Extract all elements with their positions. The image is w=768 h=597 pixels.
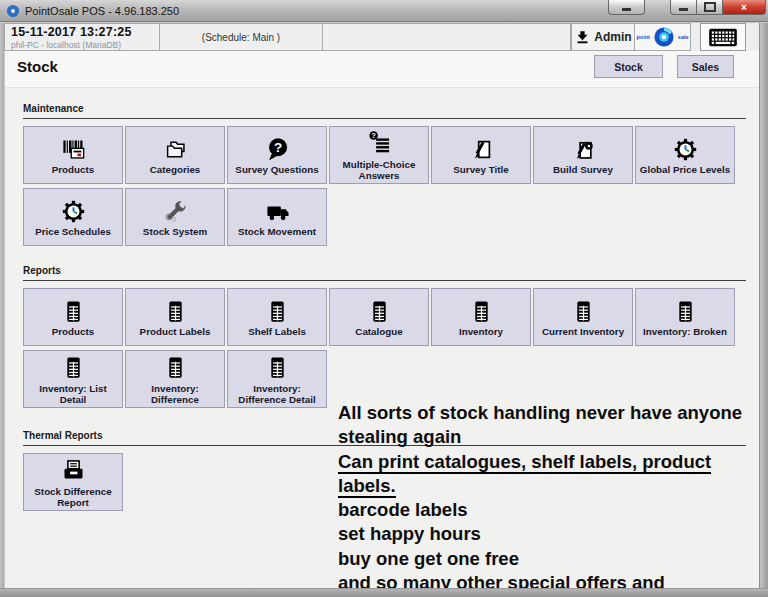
reports-button-catalogue[interactable]: Catalogue [329, 288, 429, 346]
window-frame-bottom [0, 588, 768, 597]
reports-button-inventory[interactable]: Inventory [431, 288, 531, 346]
maintenance-button-global-price-levels[interactable]: Global Price Levels [635, 126, 735, 184]
reports-button-current-inventory[interactable]: Current Inventory [533, 288, 633, 346]
tile-label: Multiple-Choice Answers [332, 159, 426, 181]
host-text: phil-PC - localhost (MariaDB) [11, 40, 155, 50]
maintenance-button-products[interactable]: Products [23, 126, 123, 184]
report-icon [672, 297, 699, 325]
app-logo-icon [6, 4, 20, 18]
truck-icon [264, 197, 291, 225]
section-label: Reports [23, 265, 61, 276]
report-icon [60, 297, 87, 325]
barcode-icon [60, 135, 87, 163]
tile-label: Inventory: Difference [128, 383, 222, 405]
report-icon [60, 354, 87, 382]
section-label: Maintenance [23, 103, 84, 114]
reports-button-row: ProductsProduct LabelsShelf LabelsCatalo… [23, 288, 746, 346]
minimize-secondary-button[interactable] [608, 0, 645, 15]
promo-note-line: barcode labels [338, 498, 760, 522]
promo-note-line: All sorts of stock handling never have a… [338, 401, 760, 425]
maintenance-button-row: Price SchedulesStock SystemStock Movemen… [23, 188, 746, 246]
window-frame-left [0, 23, 4, 597]
question-bubble-icon: ? [264, 135, 291, 163]
thermal-button-stock-difference-report[interactable]: Stock Difference Report [23, 453, 123, 511]
printer-icon [60, 457, 87, 485]
promo-note-line: stealing again [338, 425, 760, 449]
report-icon [366, 297, 393, 325]
download-icon [574, 29, 591, 46]
maintenance-button-survey-questions[interactable]: ?Survey Questions [227, 126, 327, 184]
tile-label: Inventory: Broken [643, 326, 727, 337]
reports-button-inventory-difference[interactable]: Inventory: Difference [125, 350, 225, 408]
admin-label: Admin [594, 30, 631, 44]
schedule-panel: (Schedule: Main ) [160, 23, 323, 51]
tile-label: Inventory: Difference Detail [230, 383, 324, 405]
maintenance-button-price-schedules[interactable]: Price Schedules [23, 188, 123, 246]
header-spacer [323, 23, 571, 51]
page-header: Stock Stock Sales [5, 51, 760, 88]
promo-notes: All sorts of stock handling never have a… [338, 401, 760, 589]
section-maintenance: Maintenance ProductsCategories?Survey Qu… [23, 98, 746, 246]
report-icon [162, 354, 189, 382]
report-icon [570, 297, 597, 325]
tile-label: Current Inventory [542, 326, 624, 337]
reports-button-inventory-difference-detail[interactable]: Inventory: Difference Detail [227, 350, 327, 408]
tile-label: Global Price Levels [640, 164, 730, 175]
reports-button-shelf-labels[interactable]: Shelf Labels [227, 288, 327, 346]
section-label: Thermal Reports [23, 430, 102, 441]
tile-label: Survey Title [453, 164, 508, 175]
tile-label: Build Survey [553, 164, 613, 175]
cog-clock-icon [60, 197, 87, 225]
tile-label: Catalogue [355, 326, 402, 337]
tile-label: Products [52, 164, 94, 175]
maintenance-button-build-survey[interactable]: Build Survey [533, 126, 633, 184]
maintenance-button-multiple-choice-answers[interactable]: ?Multiple-Choice Answers [329, 126, 429, 184]
maximize-button[interactable] [697, 0, 722, 15]
window-title: PointOsale POS - 4.96.183.250 [25, 5, 179, 17]
tile-label: Stock System [143, 226, 207, 237]
maintenance-button-stock-system[interactable]: Stock System [125, 188, 225, 246]
note-pencil-icon [468, 135, 495, 163]
maintenance-button-stock-movement[interactable]: Stock Movement [227, 188, 327, 246]
tile-label: Stock Difference Report [26, 486, 120, 508]
maintenance-button-categories[interactable]: Categories [125, 126, 225, 184]
wrench-gears-icon [162, 197, 189, 225]
tile-label: Categories [150, 164, 201, 175]
logo-text-left: point [636, 34, 649, 40]
report-icon [468, 297, 495, 325]
keyboard-button[interactable] [700, 23, 746, 51]
nav-stock-button[interactable]: Stock [594, 55, 663, 78]
report-icon [264, 297, 291, 325]
reports-button-products[interactable]: Products [23, 288, 123, 346]
keyboard-icon [708, 28, 738, 47]
datetime-panel: 15-11-2017 13:27:25 phil-PC - localhost … [4, 23, 160, 51]
maintenance-button-survey-title[interactable]: Survey Title [431, 126, 531, 184]
report-icon [264, 354, 291, 382]
maintenance-button-row: ProductsCategories?Survey Questions?Mult… [23, 126, 746, 184]
tile-label: Shelf Labels [248, 326, 306, 337]
section-reports: Reports ProductsProduct LabelsShelf Labe… [23, 260, 746, 408]
titlebar: PointOsale POS - 4.96.183.250 × [0, 0, 768, 22]
reports-button-inventory-list-detail[interactable]: Inventory: List Detail [23, 350, 123, 408]
minimize-button[interactable] [670, 0, 697, 15]
folders-icon [162, 135, 189, 163]
reports-button-inventory-broken[interactable]: Inventory: Broken [635, 288, 735, 346]
tile-label: Price Schedules [35, 226, 111, 237]
minimize-icon [679, 8, 688, 11]
window-frame-right [759, 23, 768, 597]
header-bar: 15-11-2017 13:27:25 phil-PC - localhost … [4, 23, 760, 51]
tile-label: Products [52, 326, 94, 337]
promo-note-line: Can print catalogues, shelf labels, prod… [338, 450, 760, 499]
list-question-icon: ? [366, 130, 393, 158]
close-button[interactable]: × [722, 0, 766, 15]
report-icon [162, 297, 189, 325]
tile-label: Survey Questions [235, 164, 318, 175]
nav-sales-button[interactable]: Sales [677, 55, 734, 78]
maximize-icon [704, 2, 716, 12]
promo-note-line: buy one get one free [338, 547, 760, 571]
admin-button[interactable]: Admin [571, 23, 635, 51]
datetime-text: 15-11-2017 13:27:25 [11, 25, 155, 39]
cog-clock-icon [672, 135, 699, 163]
tile-label: Inventory [459, 326, 503, 337]
reports-button-product-labels[interactable]: Product Labels [125, 288, 225, 346]
